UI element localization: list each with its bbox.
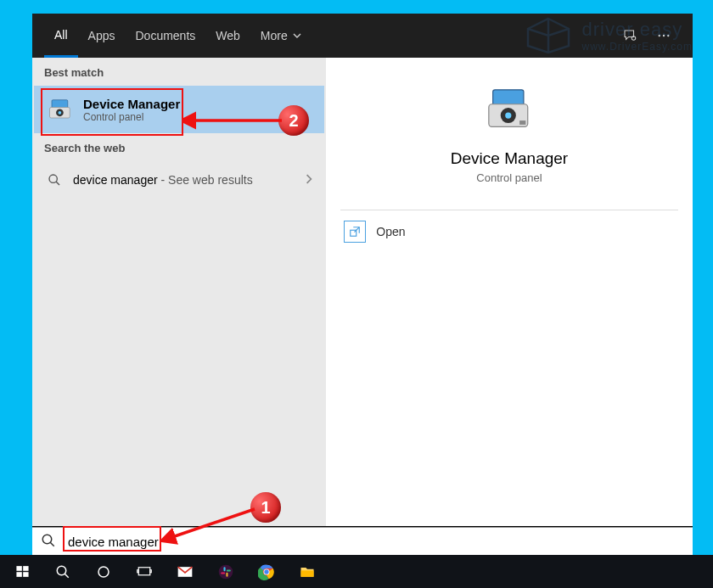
taskbar-app-chrome[interactable] (246, 555, 287, 588)
svg-rect-14 (519, 120, 525, 125)
taskbar-search-icon[interactable] (42, 555, 83, 588)
more-icon[interactable] (647, 14, 681, 58)
search-icon (44, 170, 65, 190)
web-query: device manager (73, 173, 158, 187)
preview-title: Device Manager (451, 149, 568, 168)
svg-rect-29 (150, 569, 152, 572)
chevron-down-icon (293, 29, 301, 42)
feedback-icon[interactable] (613, 14, 647, 58)
tab-documents[interactable]: Documents (125, 14, 205, 58)
tab-all[interactable]: All (44, 14, 78, 58)
svg-rect-34 (221, 572, 225, 574)
tab-more-label: More (261, 29, 288, 42)
svg-point-3 (667, 35, 669, 36)
tab-apps[interactable]: Apps (78, 14, 126, 58)
device-manager-icon (46, 95, 75, 124)
svg-rect-28 (138, 569, 139, 572)
chevron-right-icon (304, 173, 314, 187)
annotation-step-2: 2 (278, 105, 309, 136)
svg-rect-35 (227, 569, 231, 571)
taskbar-app-slack[interactable] (205, 555, 246, 588)
annotation-step-1: 1 (250, 492, 281, 523)
web-suffix: - See web results (158, 173, 253, 187)
result-title: Device Manager (83, 97, 180, 111)
svg-line-17 (50, 542, 54, 546)
svg-rect-32 (224, 567, 226, 571)
svg-rect-23 (23, 572, 28, 577)
start-search-window: All Apps Documents Web More Best match (32, 14, 693, 555)
search-icon (41, 533, 58, 550)
svg-rect-39 (301, 570, 314, 577)
taskbar (0, 555, 713, 588)
section-search-web: Search the web (32, 133, 326, 161)
search-tabs: All Apps Documents Web More (32, 14, 693, 58)
svg-point-31 (219, 564, 233, 579)
svg-point-38 (264, 569, 268, 574)
start-button[interactable] (2, 555, 42, 588)
svg-point-26 (98, 567, 109, 577)
open-icon (344, 221, 366, 243)
open-label: Open (376, 225, 405, 238)
taskbar-app-gmail[interactable] (165, 555, 205, 588)
svg-rect-33 (226, 572, 227, 576)
search-body: Best match Device Manager Control panel … (32, 58, 693, 526)
svg-point-2 (663, 35, 665, 36)
task-view-icon[interactable] (124, 555, 165, 588)
taskbar-app-explorer[interactable] (287, 555, 328, 588)
svg-line-25 (65, 574, 69, 578)
svg-point-24 (57, 566, 66, 575)
result-texts: Device Manager Control panel (83, 97, 180, 123)
svg-point-7 (59, 111, 62, 115)
svg-line-9 (56, 182, 59, 185)
preview-subtitle: Control panel (476, 171, 542, 184)
svg-point-1 (659, 35, 660, 36)
search-bar (32, 527, 693, 555)
preview-icon (482, 83, 536, 137)
svg-point-8 (49, 175, 57, 182)
tab-web[interactable]: Web (205, 14, 250, 58)
svg-rect-20 (16, 566, 21, 571)
svg-point-13 (505, 112, 511, 118)
open-action[interactable]: Open (340, 210, 677, 253)
svg-point-16 (42, 535, 52, 544)
preview-pane: Device Manager Control panel Open (326, 58, 693, 526)
web-result-row[interactable]: device manager - See web results (32, 161, 326, 199)
tab-more[interactable]: More (250, 14, 312, 58)
svg-rect-27 (138, 567, 150, 574)
svg-rect-22 (16, 572, 21, 577)
cortana-icon[interactable] (83, 555, 124, 588)
svg-rect-21 (23, 566, 28, 571)
web-result-text: device manager - See web results (73, 173, 304, 187)
result-subtitle: Control panel (83, 111, 180, 123)
section-best-match: Best match (32, 58, 326, 86)
search-input[interactable] (65, 533, 684, 551)
